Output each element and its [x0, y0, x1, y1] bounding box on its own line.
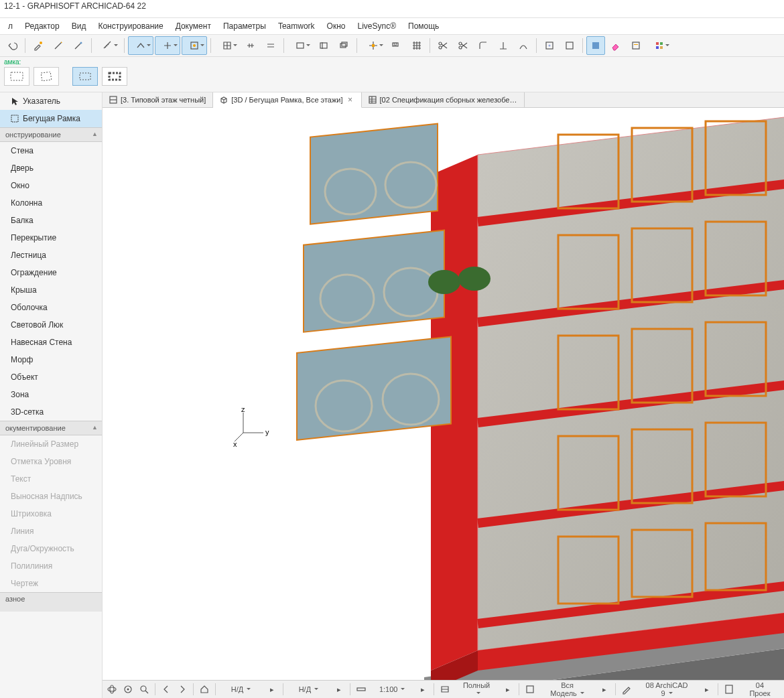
undo-button[interactable]	[3, 36, 21, 55]
splitter-button[interactable]	[261, 36, 280, 55]
menu-file[interactable]: л	[3, 19, 18, 33]
tool-roof[interactable]: Крыша	[0, 281, 102, 299]
wand-button[interactable]	[49, 36, 68, 55]
color-dropdown[interactable]	[647, 36, 672, 55]
menu-livesync[interactable]: LiveSync®	[352, 19, 401, 33]
menu-help[interactable]: Помощь	[403, 19, 444, 33]
orbit-button[interactable]	[105, 682, 119, 697]
review-button[interactable]	[627, 36, 645, 55]
snap2-dropdown[interactable]	[182, 36, 207, 55]
status-field-1[interactable]: Н/Д	[220, 685, 263, 693]
zoom-button[interactable]	[137, 682, 151, 697]
hatch-button[interactable]	[314, 36, 333, 55]
close-icon[interactable]: ×	[346, 96, 354, 104]
marquee-thick-button[interactable]	[102, 67, 127, 86]
group-design[interactable]: онструирование▲	[0, 127, 102, 142]
tool-hatch[interactable]: Штриховка	[0, 505, 102, 522]
chev-icon[interactable]: ▸	[501, 682, 515, 697]
wand2-button[interactable]	[69, 36, 88, 55]
menu-options[interactable]: Параметры	[218, 19, 271, 33]
tool-object[interactable]: Объект	[0, 368, 102, 386]
eraser-button[interactable]	[606, 36, 625, 55]
label-button[interactable]: 12	[387, 36, 406, 55]
group-misc[interactable]: азное	[0, 592, 102, 612]
tool-text[interactable]: Текст	[0, 470, 102, 488]
curve-button[interactable]	[514, 36, 533, 55]
tool-stair[interactable]: Лестница	[0, 247, 102, 264]
menu-design[interactable]: Конструирование	[92, 19, 168, 33]
menu-window[interactable]: Окно	[322, 19, 351, 33]
tool-drawing[interactable]: Чертеж	[0, 575, 102, 592]
tab-3d[interactable]: [3D / Бегущая Рамка, Все этажи] ×	[213, 92, 361, 108]
tool-label[interactable]: Выносная Надпись	[0, 488, 102, 505]
tool-shell[interactable]: Оболочка	[0, 299, 102, 316]
layers-field[interactable]: 08 ArchiCAD 9	[636, 681, 698, 697]
highlight-button[interactable]	[586, 36, 605, 55]
tool-polyline[interactable]: Полилиния	[0, 557, 102, 575]
scissors-button[interactable]	[434, 36, 452, 55]
extend-button[interactable]	[494, 36, 513, 55]
tab-schedule[interactable]: [02 Спецификация сборных железобе…	[362, 92, 525, 107]
chev-icon[interactable]: ▸	[265, 682, 279, 697]
group-document[interactable]: окументирование▲	[0, 421, 102, 435]
tool-skylight[interactable]: Световой Люк	[0, 316, 102, 334]
fillet-button[interactable]	[474, 36, 493, 55]
tool-dimension[interactable]: Линейный Размер	[0, 435, 102, 453]
tool-wall[interactable]: Стена	[0, 142, 102, 159]
eyedrop-button[interactable]	[29, 36, 48, 55]
tool-morph[interactable]: Морф	[0, 351, 102, 368]
tool-curtainwall[interactable]: Навесная Стена	[0, 334, 102, 351]
model-field[interactable]: Вся Модель	[539, 681, 595, 697]
svg-text:z: z	[241, 405, 245, 413]
marquee-rotrect-button[interactable]	[34, 67, 59, 86]
tool-arc[interactable]: Дуга/Окружность	[0, 540, 102, 557]
grid2-button[interactable]	[407, 36, 426, 55]
tool-marquee[interactable]: Бегущая Рамка	[0, 110, 102, 127]
tool-mesh[interactable]: 3D-сетка	[0, 403, 102, 421]
home-button[interactable]	[198, 682, 211, 697]
tool-railing[interactable]: Ограждение	[0, 264, 102, 281]
menu-document[interactable]: Документ	[170, 19, 216, 33]
separator	[356, 38, 357, 53]
view-field[interactable]: Полный	[454, 681, 499, 697]
grid-dropdown[interactable]	[214, 36, 240, 55]
sheet-field[interactable]: 04 Проек	[738, 681, 781, 697]
tool-column[interactable]: Колонна	[0, 194, 102, 212]
shape-dropdown[interactable]	[287, 36, 313, 55]
menu-teamwork[interactable]: Teamwork	[273, 19, 320, 33]
tool-slab[interactable]: Перекрытие	[0, 229, 102, 247]
marquee-thin-button[interactable]	[72, 67, 98, 86]
tab-floorplan[interactable]: [3. Типовой этаж четный]	[103, 92, 213, 107]
status-field-2[interactable]: Н/Д	[287, 685, 330, 693]
svg-rect-22	[656, 46, 659, 49]
menu-editor[interactable]: Редактор	[19, 19, 65, 33]
scale-field[interactable]: 1:100	[371, 685, 413, 693]
layers-button[interactable]	[334, 36, 353, 55]
tool-beam[interactable]: Балка	[0, 212, 102, 229]
chev-icon[interactable]: ▸	[416, 682, 430, 697]
suspend-button[interactable]	[540, 36, 559, 55]
marquee-rect-button[interactable]	[4, 67, 29, 86]
scissors2-button[interactable]	[454, 36, 472, 55]
tool-pointer[interactable]: Указатель	[0, 92, 102, 110]
tool-window[interactable]: Окно	[0, 177, 102, 194]
ruler-dropdown[interactable]	[95, 36, 121, 55]
back-button[interactable]	[159, 682, 173, 697]
guide-dropdown[interactable]	[155, 36, 180, 55]
tool-zone[interactable]: Зона	[0, 386, 102, 403]
menu-view[interactable]: Вид	[66, 19, 92, 33]
fwd-button[interactable]	[176, 682, 189, 697]
tool-level[interactable]: Отметка Уровня	[0, 453, 102, 470]
explode-dropdown[interactable]	[361, 36, 386, 55]
tool-door[interactable]: Дверь	[0, 159, 102, 177]
trim-button[interactable]	[241, 36, 260, 55]
show-button[interactable]	[560, 36, 579, 55]
chev-icon[interactable]: ▸	[700, 682, 714, 697]
chev-icon[interactable]: ▸	[332, 682, 346, 697]
snap-dropdown[interactable]	[128, 36, 153, 55]
chev-icon[interactable]: ▸	[598, 682, 611, 697]
3d-viewport[interactable]: z y x	[103, 108, 784, 680]
status-bar: Н/Д ▸ Н/Д ▸ 1:100 ▸ Полный ▸ Вся Модель …	[103, 680, 784, 698]
target-button[interactable]	[121, 682, 135, 697]
tool-line[interactable]: Линия	[0, 522, 102, 540]
